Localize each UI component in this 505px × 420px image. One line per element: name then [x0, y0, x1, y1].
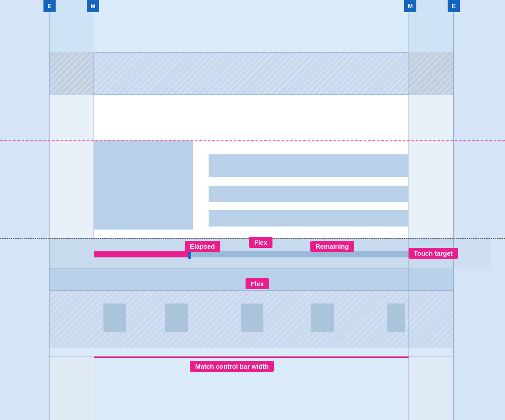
- text-block-3: [209, 210, 408, 227]
- bottom-right-margin: [409, 357, 453, 420]
- touch-target-badge: Touch target: [409, 248, 458, 259]
- remaining-badge: Remaining: [310, 241, 354, 252]
- match-control-bar-badge: Match control bar width: [190, 361, 274, 372]
- flex-badge-1: Flex: [249, 237, 272, 248]
- bottom-block-1: [103, 303, 126, 332]
- elapsed-badge: Elapsed: [185, 241, 220, 252]
- marker-e-right: E: [448, 0, 460, 12]
- vline-m-right: [409, 0, 409, 420]
- pink-dashed-line: [0, 140, 505, 141]
- bottom-block-2: [165, 303, 188, 332]
- text-block-1: [209, 154, 408, 177]
- progress-bar-fill: [94, 251, 189, 257]
- row2-left-hatch: [49, 52, 94, 95]
- vline-e-left: [49, 0, 50, 420]
- row2-hatched: [49, 52, 453, 95]
- content-right-margin: [409, 95, 453, 238]
- row2-right-hatch: [409, 52, 453, 95]
- bottom-block-4: [311, 303, 334, 332]
- bottom-block-3: [241, 303, 263, 332]
- separator-row: [49, 348, 453, 357]
- image-placeholder: [94, 140, 193, 230]
- match-control-bar-line: [94, 357, 409, 358]
- text-block-2: [209, 186, 408, 202]
- vline-e-right: [453, 0, 454, 420]
- bottom-left-margin: [49, 357, 94, 420]
- marker-m-right: M: [404, 0, 416, 12]
- bottom-block-5: [387, 303, 405, 332]
- marker-e-left: E: [43, 0, 56, 12]
- content-left-margin: [49, 95, 94, 238]
- flex-badge-2: Flex: [246, 278, 269, 289]
- marker-m-left: M: [87, 0, 99, 12]
